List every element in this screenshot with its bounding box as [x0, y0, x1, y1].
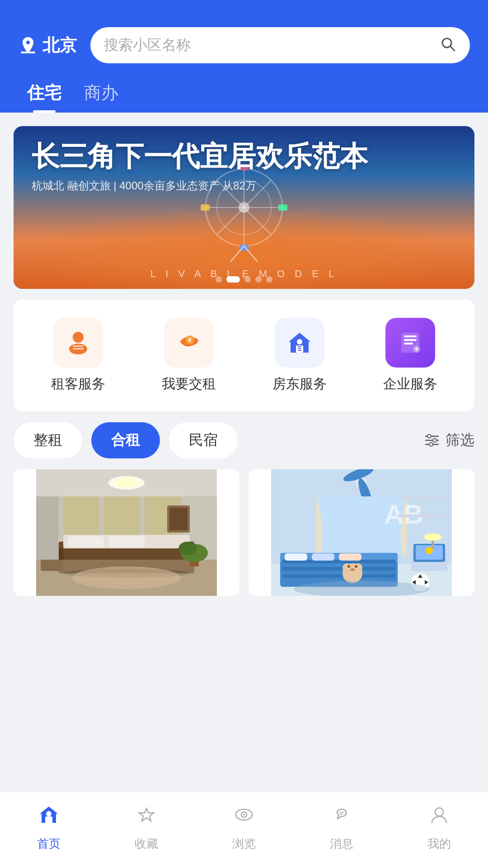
svg-rect-34 [404, 343, 413, 344]
svg-rect-28 [298, 346, 301, 347]
svg-point-41 [427, 434, 431, 438]
svg-point-91 [347, 565, 350, 568]
filter-bar: 整租 合租 民宿 筛选 [14, 422, 474, 458]
svg-rect-53 [108, 536, 145, 547]
filter-label: 筛选 [446, 430, 474, 450]
svg-point-43 [429, 443, 433, 446]
location[interactable]: 北京 [18, 34, 77, 57]
svg-text:AB: AB [384, 499, 423, 529]
svg-rect-102 [45, 816, 52, 823]
svg-point-100 [424, 533, 442, 541]
nav-favorites[interactable]: 收藏 [115, 803, 178, 852]
svg-rect-60 [169, 508, 188, 530]
service-tenant[interactable]: 租客服务 [51, 318, 105, 393]
svg-point-93 [350, 568, 355, 571]
search-bar[interactable]: 搜索小区名称 [90, 27, 470, 63]
location-icon [18, 35, 38, 55]
home-nav-label: 首页 [37, 836, 61, 852]
svg-point-42 [433, 439, 436, 442]
messages-nav-icon [330, 803, 353, 831]
svg-line-2 [450, 47, 455, 51]
banner-dot-2[interactable] [226, 276, 240, 283]
banner-dot-1[interactable] [216, 276, 222, 283]
nav-messages[interactable]: 消息 [310, 803, 373, 852]
header-top: 北京 搜索小区名称 [18, 27, 470, 63]
svg-rect-29 [298, 348, 301, 349]
landlord-icon-wrap [275, 318, 324, 368]
nav-mine[interactable]: 我的 [408, 803, 471, 852]
enterprise-icon [397, 329, 424, 356]
banner-dots [216, 276, 272, 283]
messages-nav-label: 消息 [330, 836, 353, 852]
svg-rect-30 [298, 350, 301, 351]
svg-rect-87 [339, 553, 361, 561]
banner-dot-3[interactable] [244, 276, 251, 283]
tenant-label: 租客服务 [51, 375, 105, 393]
filter-shared[interactable]: 合租 [91, 422, 160, 458]
enterprise-icon-wrap [385, 318, 435, 368]
svg-rect-0 [21, 52, 35, 53]
svg-rect-52 [68, 536, 104, 547]
svg-rect-78 [398, 496, 443, 499]
tab-bar: 住宅 商办 [18, 77, 470, 113]
pay-rent-label: 我要交租 [162, 375, 216, 393]
search-icon [440, 36, 456, 54]
service-landlord[interactable]: 房东服务 [272, 318, 327, 393]
tenant-icon [65, 329, 92, 356]
svg-rect-64 [36, 496, 59, 560]
svg-rect-37 [416, 347, 417, 351]
property-image-1 [14, 469, 239, 596]
svg-line-18 [230, 246, 244, 262]
nav-home[interactable]: 首页 [17, 803, 80, 852]
landlord-icon [286, 329, 313, 356]
property-card-1[interactable] [14, 469, 239, 596]
svg-point-67 [178, 542, 197, 555]
svg-line-19 [244, 246, 258, 262]
tab-residential[interactable]: 住宅 [27, 81, 61, 113]
pay-rent-icon-wrap: ¥ [164, 318, 214, 368]
services-panel: 租客服务 ¥ 我要交租 [14, 300, 474, 411]
service-enterprise[interactable]: 企业服务 [383, 318, 437, 393]
svg-rect-83 [282, 567, 395, 571]
landlord-label: 房东服务 [272, 375, 327, 393]
svg-point-90 [353, 563, 362, 572]
svg-point-89 [343, 563, 352, 572]
mine-nav-label: 我的 [427, 836, 451, 852]
property-card-2[interactable]: AB [249, 469, 474, 596]
search-placeholder: 搜索小区名称 [104, 35, 431, 55]
mine-nav-icon [427, 803, 451, 831]
property-grid: AB [14, 469, 474, 596]
svg-point-63 [72, 566, 181, 589]
svg-rect-17 [278, 204, 287, 211]
svg-point-55 [115, 478, 138, 487]
banner-subtitle: 杭城北 融创文旅 | 4000余亩多业态资产 从82万 [32, 179, 456, 193]
bottom-nav: 首页 收藏 浏览 消息 [0, 792, 488, 868]
favorites-nav-label: 收藏 [135, 836, 158, 852]
tenant-icon-wrap [53, 318, 103, 368]
svg-rect-22 [73, 345, 84, 347]
service-pay-rent[interactable]: ¥ 我要交租 [162, 318, 216, 393]
svg-rect-85 [285, 553, 307, 561]
banner-text: 长三角下一代宜居欢乐范本 杭城北 融创文旅 | 4000余亩多业态资产 从82万 [32, 140, 456, 193]
svg-rect-32 [404, 335, 417, 337]
header: 北京 搜索小区名称 住宅 商办 [0, 0, 488, 113]
banner[interactable]: 长三角下一代宜居欢乐范本 杭城北 融创文旅 | 4000余亩多业态资产 从82万… [14, 126, 474, 289]
filter-action[interactable]: 筛选 [424, 430, 474, 450]
filter-whole[interactable]: 整租 [14, 422, 82, 458]
svg-point-27 [297, 339, 302, 344]
svg-point-106 [243, 814, 245, 816]
pay-rent-icon: ¥ [175, 329, 202, 356]
tab-commercial[interactable]: 商办 [84, 81, 118, 113]
banner-title: 长三角下一代宜居欢乐范本 [32, 140, 456, 173]
banner-dot-4[interactable] [255, 276, 262, 283]
browse-nav-icon [232, 803, 256, 831]
nav-browse[interactable]: 浏览 [212, 803, 276, 852]
banner-dot-5[interactable] [266, 276, 272, 283]
filter-icon [424, 432, 440, 448]
svg-point-20 [73, 332, 84, 343]
svg-rect-86 [312, 553, 334, 561]
filter-minsu[interactable]: 民宿 [169, 422, 238, 458]
location-label: 北京 [42, 34, 77, 57]
svg-text:¥: ¥ [188, 336, 192, 344]
enterprise-label: 企业服务 [383, 375, 437, 393]
